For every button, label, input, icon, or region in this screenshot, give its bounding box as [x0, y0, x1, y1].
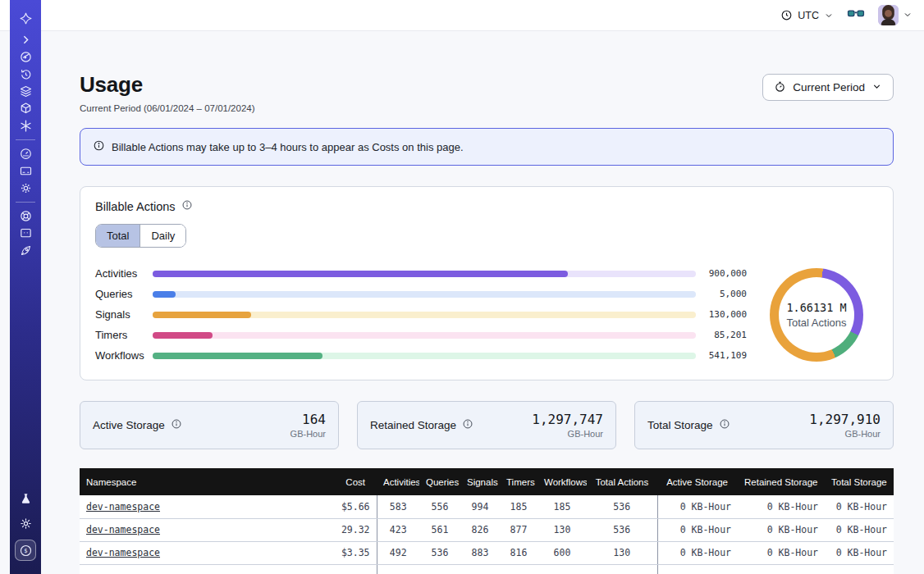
bar-label: Signals [95, 308, 153, 321]
cell-queries: 561 [419, 518, 460, 541]
bar-value: 130,000 [696, 309, 747, 320]
bar-fill [153, 332, 213, 339]
info-icon[interactable] [719, 418, 730, 432]
chevron-right-icon[interactable] [10, 31, 41, 48]
col-signals: Signals [460, 468, 500, 495]
settings-gear-icon[interactable] [10, 180, 41, 197]
table-row: dev-namespace 29.32 423 561 826 877 130 … [80, 518, 894, 541]
top-bar: UTC [0, 0, 924, 31]
storage-card-value: 164 [290, 412, 326, 427]
cell-retained-storage: 0 KB-Hour [738, 541, 825, 564]
bar-fill [153, 271, 568, 277]
cell-workflows: 600 [537, 541, 587, 564]
tab-daily[interactable]: Daily [140, 225, 185, 247]
namespace-link[interactable]: dev-namespace [86, 524, 160, 535]
cube-icon[interactable] [10, 100, 41, 117]
cell-activities: 423 [377, 518, 419, 541]
namespace-usage-table: Namespace Cost Activities Queries Signal… [80, 468, 894, 574]
svg-text:$: $ [24, 547, 27, 554]
bar-track [153, 312, 696, 318]
glasses-icon [847, 7, 865, 20]
storage-card-value: 1,297,910 [809, 412, 881, 427]
bar-label: Workflows [95, 349, 153, 362]
billing-card-icon[interactable] [10, 162, 41, 180]
page-subtitle: Current Period (06/01/2024 – 07/01/2024) [80, 103, 894, 113]
temporal-logo-icon[interactable] [10, 10, 41, 27]
chevron-down-icon [903, 8, 913, 23]
donut-total-label: Total Actions [787, 317, 847, 329]
support-lifebuoy-icon[interactable] [10, 207, 41, 225]
lab-flask-icon[interactable] [10, 490, 41, 508]
rocket-icon[interactable] [10, 242, 41, 259]
cell-total-storage: 0 KB-Hour [825, 541, 894, 564]
cell-activities: 583 [377, 495, 419, 518]
user-menu[interactable] [878, 5, 913, 25]
cell-queries: 556 [419, 495, 460, 518]
period-select-button[interactable]: Current Period [762, 74, 894, 101]
chart-mode-tabs: Total Daily [95, 224, 186, 248]
cell-total-storage: 0 KB-Hour [825, 495, 894, 518]
namespace-link[interactable]: dev-namespace [86, 547, 160, 558]
namespace-link[interactable]: dev-namespace [86, 501, 160, 512]
info-icon[interactable] [462, 418, 473, 432]
sidebar-divider [16, 139, 35, 140]
table-row: dev-namespace $3.35 492 536 883 816 600 … [80, 541, 894, 564]
cell-activities: 492 [377, 541, 419, 564]
info-banner: Billable Actions may take up to 3–4 hour… [80, 128, 894, 166]
table-row-partial [80, 564, 894, 574]
col-timers: Timers [500, 468, 537, 495]
storage-card-unit: GB-Hour [532, 429, 603, 439]
billable-bar-chart: Activities 900,000 Queries 5,000 [95, 263, 747, 366]
bar-track [153, 271, 696, 277]
cell-timers: 185 [500, 495, 537, 518]
docs-monitor-icon[interactable] [10, 225, 41, 242]
cell-timers: 816 [500, 541, 537, 564]
glasses-button[interactable] [847, 7, 865, 24]
stopwatch-icon [774, 80, 786, 95]
avatar[interactable] [878, 5, 899, 25]
col-namespace: Namespace [80, 468, 309, 495]
bar-track [153, 291, 696, 298]
bar-chart-row: Workflows 541,109 [95, 345, 747, 366]
layers-icon[interactable] [10, 83, 41, 100]
cell-signals: 883 [460, 541, 500, 564]
usage-gauge-icon[interactable] [10, 145, 41, 162]
info-icon[interactable] [181, 199, 193, 213]
storage-card-label: Total Storage [647, 419, 713, 431]
asterisk-icon[interactable] [10, 117, 41, 134]
cell-active-storage: 0 KB-Hour [657, 495, 738, 518]
chevron-down-icon [824, 11, 834, 20]
cell-active-storage: 0 KB-Hour [657, 541, 738, 564]
chevron-down-icon [871, 81, 882, 94]
col-activities: Activities [377, 468, 419, 495]
theme-sun-icon[interactable] [10, 515, 41, 532]
storage-card: Total Storage 1,297,910 GB-Hour [634, 401, 894, 449]
history-clock-icon[interactable] [10, 66, 41, 83]
bar-chart-row: Signals 130,000 [95, 304, 747, 325]
cell-signals: 826 [460, 518, 500, 541]
bar-track [153, 353, 696, 359]
billable-actions-card: Billable Actions Total Daily Activities [80, 186, 894, 380]
col-total-actions: Total Actions [587, 468, 657, 495]
cell-cost: $5.66 [309, 495, 377, 518]
timezone-selector[interactable]: UTC [780, 9, 834, 21]
cell-total-actions: 536 [587, 518, 657, 541]
banner-text: Billable Actions may take up to 3–4 hour… [112, 141, 464, 153]
tab-total[interactable]: Total [96, 225, 140, 247]
col-cost: Cost [309, 468, 377, 495]
bar-value: 900,000 [696, 268, 747, 279]
cell-workflows: 185 [537, 495, 587, 518]
bar-value: 5,000 [696, 289, 747, 299]
bar-chart-row: Activities 900,000 [95, 263, 747, 284]
usage-coin-icon[interactable]: $ [15, 540, 36, 561]
storage-summary-row: Active Storage 164 GB-Hour Retained Stor… [80, 401, 894, 449]
cell-timers: 877 [500, 518, 537, 541]
total-actions-donut: 1.66131 M Total Actions [770, 268, 863, 362]
info-icon[interactable] [171, 418, 182, 432]
cell-cost: 29.32 [309, 518, 377, 541]
storage-card-label: Active Storage [93, 419, 165, 431]
bar-chart-row: Queries 5,000 [95, 284, 747, 304]
namespaces-icon[interactable] [10, 48, 41, 66]
table-header-row: Namespace Cost Activities Queries Signal… [80, 468, 894, 495]
card-title-text: Billable Actions [95, 200, 176, 213]
